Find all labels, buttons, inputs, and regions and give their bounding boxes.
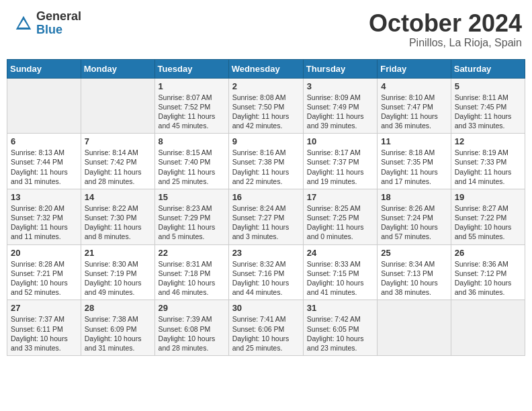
day-number: 23 bbox=[232, 248, 300, 258]
cell-content: Sunrise: 8:13 AMSunset: 7:44 PMDaylight:… bbox=[11, 148, 77, 186]
day-number: 10 bbox=[307, 136, 373, 146]
logo-general: General bbox=[36, 10, 81, 24]
calendar-week-3: 13Sunrise: 8:20 AMSunset: 7:32 PMDayligh… bbox=[7, 189, 525, 244]
day-number: 5 bbox=[455, 81, 521, 91]
day-number: 30 bbox=[232, 303, 300, 313]
day-number: 9 bbox=[232, 136, 300, 146]
day-number: 27 bbox=[11, 303, 77, 313]
cell-content: Sunrise: 8:31 AMSunset: 7:18 PMDaylight:… bbox=[159, 259, 225, 298]
page-header: General Blue October 2024 Pinillos, La R… bbox=[7, 7, 525, 52]
calendar-cell: 22Sunrise: 8:31 AMSunset: 7:18 PMDayligh… bbox=[154, 244, 228, 300]
cell-content: Sunrise: 7:41 AMSunset: 6:06 PMDaylight:… bbox=[232, 314, 300, 353]
cell-content: Sunrise: 8:07 AMSunset: 7:52 PMDaylight:… bbox=[159, 93, 225, 131]
logo-icon bbox=[13, 13, 34, 34]
day-number: 22 bbox=[159, 248, 225, 258]
calendar-cell: 20Sunrise: 8:28 AMSunset: 7:21 PMDayligh… bbox=[7, 244, 81, 300]
cell-content: Sunrise: 8:30 AMSunset: 7:19 PMDaylight:… bbox=[85, 259, 151, 298]
day-number: 13 bbox=[11, 192, 77, 202]
cell-content: Sunrise: 8:09 AMSunset: 7:49 PMDaylight:… bbox=[307, 93, 373, 131]
month-title: October 2024 bbox=[369, 10, 522, 37]
day-number: 2 bbox=[232, 81, 300, 91]
calendar-cell: 9Sunrise: 8:16 AMSunset: 7:38 PMDaylight… bbox=[228, 134, 303, 189]
calendar-cell: 5Sunrise: 8:11 AMSunset: 7:45 PMDaylight… bbox=[451, 78, 525, 134]
day-number: 4 bbox=[381, 81, 447, 91]
calendar-cell: 16Sunrise: 8:24 AMSunset: 7:27 PMDayligh… bbox=[228, 189, 303, 244]
cell-content: Sunrise: 8:27 AMSunset: 7:22 PMDaylight:… bbox=[455, 203, 521, 242]
day-number: 3 bbox=[307, 81, 373, 91]
calendar-cell: 29Sunrise: 7:39 AMSunset: 6:08 PMDayligh… bbox=[154, 300, 228, 356]
day-number: 6 bbox=[11, 136, 77, 146]
day-number: 1 bbox=[159, 81, 225, 91]
title-block: October 2024 Pinillos, La Rioja, Spain bbox=[369, 10, 522, 49]
calendar-week-1: 1Sunrise: 8:07 AMSunset: 7:52 PMDaylight… bbox=[7, 78, 525, 134]
weekday-header-friday: Friday bbox=[378, 59, 451, 78]
cell-content: Sunrise: 8:28 AMSunset: 7:21 PMDaylight:… bbox=[11, 259, 77, 298]
cell-content: Sunrise: 7:37 AMSunset: 6:11 PMDaylight:… bbox=[11, 314, 77, 353]
calendar-cell: 19Sunrise: 8:27 AMSunset: 7:22 PMDayligh… bbox=[451, 189, 525, 244]
cell-content: Sunrise: 8:32 AMSunset: 7:16 PMDaylight:… bbox=[232, 259, 300, 298]
cell-content: Sunrise: 8:19 AMSunset: 7:33 PMDaylight:… bbox=[455, 148, 521, 186]
weekday-header-monday: Monday bbox=[81, 59, 154, 78]
calendar-cell: 27Sunrise: 7:37 AMSunset: 6:11 PMDayligh… bbox=[7, 300, 81, 356]
cell-content: Sunrise: 8:20 AMSunset: 7:32 PMDaylight:… bbox=[11, 203, 77, 242]
weekday-header-thursday: Thursday bbox=[303, 59, 377, 78]
calendar-cell: 18Sunrise: 8:26 AMSunset: 7:24 PMDayligh… bbox=[378, 189, 451, 244]
weekday-header-sunday: Sunday bbox=[7, 59, 81, 78]
cell-content: Sunrise: 8:16 AMSunset: 7:38 PMDaylight:… bbox=[232, 148, 300, 186]
day-number: 8 bbox=[159, 136, 225, 146]
calendar-cell: 4Sunrise: 8:10 AMSunset: 7:47 PMDaylight… bbox=[378, 78, 451, 134]
cell-content: Sunrise: 8:26 AMSunset: 7:24 PMDaylight:… bbox=[381, 203, 447, 242]
calendar-cell bbox=[451, 300, 525, 356]
logo: General Blue bbox=[13, 10, 81, 37]
cell-content: Sunrise: 7:39 AMSunset: 6:08 PMDaylight:… bbox=[159, 314, 225, 353]
logo-blue: Blue bbox=[36, 24, 81, 37]
weekday-header-wednesday: Wednesday bbox=[228, 59, 303, 78]
calendar-cell: 3Sunrise: 8:09 AMSunset: 7:49 PMDaylight… bbox=[303, 78, 377, 134]
cell-content: Sunrise: 8:24 AMSunset: 7:27 PMDaylight:… bbox=[232, 203, 300, 242]
cell-content: Sunrise: 8:22 AMSunset: 7:30 PMDaylight:… bbox=[85, 203, 151, 242]
calendar-cell: 25Sunrise: 8:34 AMSunset: 7:13 PMDayligh… bbox=[378, 244, 451, 300]
calendar-cell: 14Sunrise: 8:22 AMSunset: 7:30 PMDayligh… bbox=[81, 189, 154, 244]
calendar-cell: 23Sunrise: 8:32 AMSunset: 7:16 PMDayligh… bbox=[228, 244, 303, 300]
day-number: 15 bbox=[159, 192, 225, 202]
day-number: 29 bbox=[159, 303, 225, 313]
calendar-cell bbox=[378, 300, 451, 356]
day-number: 31 bbox=[307, 303, 373, 313]
day-number: 14 bbox=[85, 192, 151, 202]
cell-content: Sunrise: 8:36 AMSunset: 7:12 PMDaylight:… bbox=[455, 259, 521, 298]
day-number: 24 bbox=[307, 248, 373, 258]
calendar-cell: 10Sunrise: 8:17 AMSunset: 7:37 PMDayligh… bbox=[303, 134, 377, 189]
calendar-cell: 12Sunrise: 8:19 AMSunset: 7:33 PMDayligh… bbox=[451, 134, 525, 189]
calendar-cell: 26Sunrise: 8:36 AMSunset: 7:12 PMDayligh… bbox=[451, 244, 525, 300]
cell-content: Sunrise: 8:08 AMSunset: 7:50 PMDaylight:… bbox=[232, 93, 300, 131]
calendar-cell: 30Sunrise: 7:41 AMSunset: 6:06 PMDayligh… bbox=[228, 300, 303, 356]
cell-content: Sunrise: 8:10 AMSunset: 7:47 PMDaylight:… bbox=[381, 93, 447, 131]
day-number: 21 bbox=[85, 248, 151, 258]
calendar-week-4: 20Sunrise: 8:28 AMSunset: 7:21 PMDayligh… bbox=[7, 244, 525, 300]
calendar-cell: 15Sunrise: 8:23 AMSunset: 7:29 PMDayligh… bbox=[154, 189, 228, 244]
day-number: 28 bbox=[85, 303, 151, 313]
cell-content: Sunrise: 8:23 AMSunset: 7:29 PMDaylight:… bbox=[159, 203, 225, 242]
day-number: 17 bbox=[307, 192, 373, 202]
calendar-week-2: 6Sunrise: 8:13 AMSunset: 7:44 PMDaylight… bbox=[7, 134, 525, 189]
calendar-cell: 31Sunrise: 7:42 AMSunset: 6:05 PMDayligh… bbox=[303, 300, 377, 356]
day-number: 12 bbox=[455, 136, 521, 146]
cell-content: Sunrise: 8:15 AMSunset: 7:40 PMDaylight:… bbox=[159, 148, 225, 186]
cell-content: Sunrise: 8:11 AMSunset: 7:45 PMDaylight:… bbox=[455, 93, 521, 131]
calendar-cell bbox=[81, 78, 154, 134]
cell-content: Sunrise: 8:17 AMSunset: 7:37 PMDaylight:… bbox=[307, 148, 373, 186]
calendar-cell: 6Sunrise: 8:13 AMSunset: 7:44 PMDaylight… bbox=[7, 134, 81, 189]
day-number: 19 bbox=[455, 192, 521, 202]
cell-content: Sunrise: 8:25 AMSunset: 7:25 PMDaylight:… bbox=[307, 203, 373, 242]
calendar-cell: 11Sunrise: 8:18 AMSunset: 7:35 PMDayligh… bbox=[378, 134, 451, 189]
weekday-header-row: SundayMondayTuesdayWednesdayThursdayFrid… bbox=[7, 59, 525, 78]
calendar-cell: 24Sunrise: 8:33 AMSunset: 7:15 PMDayligh… bbox=[303, 244, 377, 300]
cell-content: Sunrise: 8:34 AMSunset: 7:13 PMDaylight:… bbox=[381, 259, 447, 298]
calendar-table: SundayMondayTuesdayWednesdayThursdayFrid… bbox=[7, 59, 525, 356]
cell-content: Sunrise: 8:14 AMSunset: 7:42 PMDaylight:… bbox=[85, 148, 151, 186]
calendar-week-5: 27Sunrise: 7:37 AMSunset: 6:11 PMDayligh… bbox=[7, 300, 525, 356]
day-number: 25 bbox=[381, 248, 447, 258]
day-number: 26 bbox=[455, 248, 521, 258]
day-number: 20 bbox=[11, 248, 77, 258]
calendar-cell: 7Sunrise: 8:14 AMSunset: 7:42 PMDaylight… bbox=[81, 134, 154, 189]
